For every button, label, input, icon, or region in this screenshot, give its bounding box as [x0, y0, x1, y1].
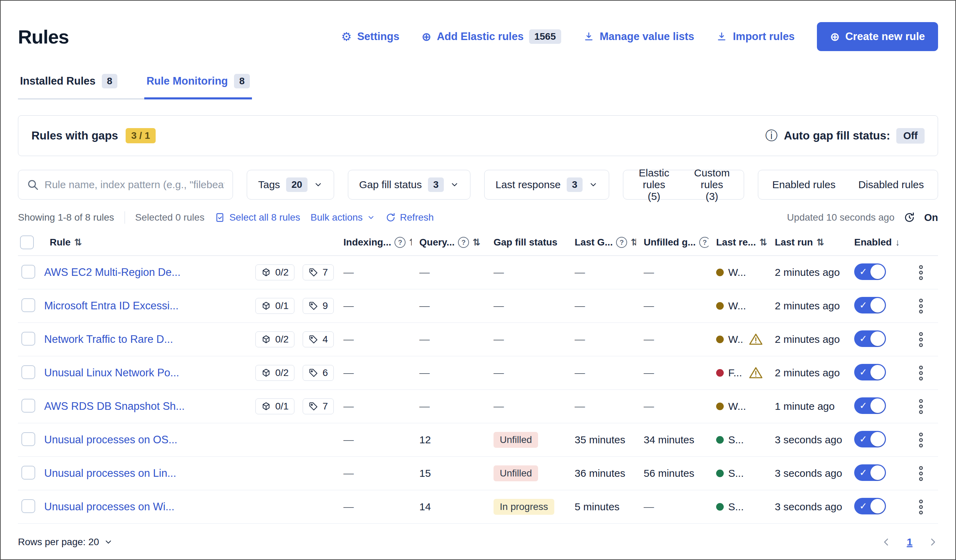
column-header-enabled[interactable]: Enabled ↓: [847, 237, 912, 248]
toggle-thumb: [870, 398, 885, 413]
previous-page-button[interactable]: [881, 537, 892, 547]
integrations-badge[interactable]: 0/2: [255, 365, 294, 381]
add-elastic-rules-button[interactable]: ⊕ Add Elastic rules 1565: [421, 29, 561, 44]
manage-value-lists-button[interactable]: Manage value lists: [583, 30, 694, 43]
import-rules-button[interactable]: Import rules: [716, 30, 794, 43]
gap-fill-status-filter-button[interactable]: Gap fill status 3: [348, 170, 470, 200]
auto-refresh-state[interactable]: On: [924, 212, 938, 223]
help-icon[interactable]: ?: [699, 237, 709, 248]
tab-rule-monitoring[interactable]: Rule Monitoring 8: [144, 74, 252, 99]
column-header-indexing[interactable]: Indexing... ? ⇅: [336, 237, 412, 248]
enabled-cell: ✓: [847, 397, 912, 415]
select-all-checkbox[interactable]: [20, 236, 34, 249]
row-actions-menu-button[interactable]: [917, 464, 925, 483]
column-header-last-response[interactable]: Last re... ⇅: [709, 237, 767, 248]
select-all-rules-button[interactable]: Select all 8 rules: [215, 212, 300, 223]
row-actions-menu-button[interactable]: [917, 330, 925, 349]
settings-button[interactable]: ⚙ Settings: [341, 30, 399, 43]
gap-fill-status-cell: —: [486, 367, 567, 379]
row-checkbox[interactable]: [21, 432, 35, 446]
custom-rules-toggle[interactable]: Custom rules (3): [694, 167, 730, 202]
row-actions-menu-button[interactable]: [917, 363, 925, 382]
create-new-rule-button[interactable]: ⊕ Create new rule: [817, 22, 938, 51]
row-actions-menu-button[interactable]: [917, 263, 925, 282]
rule-link[interactable]: Unusual processes on Lin...: [44, 467, 176, 480]
last-response-cell: W...: [709, 267, 767, 278]
table-row: Unusual processes on Wi... — 14 In progr…: [18, 490, 938, 524]
search-input[interactable]: [44, 179, 224, 190]
sort-icon[interactable]: ⇅: [816, 237, 824, 248]
refresh-button[interactable]: Refresh: [385, 212, 434, 223]
bulk-actions-button[interactable]: Bulk actions: [311, 212, 375, 223]
manage-value-lists-label: Manage value lists: [600, 30, 694, 43]
chevron-right-icon: [928, 537, 938, 547]
row-checkbox[interactable]: [21, 466, 35, 480]
row-actions-menu-button[interactable]: [917, 497, 925, 516]
enabled-toggle[interactable]: ✓: [854, 297, 886, 313]
enabled-toggle[interactable]: ✓: [854, 397, 886, 414]
enabled-toggle[interactable]: ✓: [854, 364, 886, 381]
integrations-badge[interactable]: 0/1: [255, 298, 294, 314]
info-icon[interactable]: ⓘ: [765, 127, 778, 144]
column-header-query[interactable]: Query... ? ⇅: [412, 237, 486, 248]
integrations-badge[interactable]: 0/2: [255, 332, 294, 347]
next-page-button[interactable]: [928, 537, 938, 547]
tags-badge[interactable]: 6: [303, 365, 334, 381]
row-checkbox[interactable]: [21, 332, 35, 346]
rule-link[interactable]: Network Traffic to Rare D...: [44, 333, 173, 346]
column-header-last-gap[interactable]: Last G... ? ⇅: [567, 237, 636, 248]
status-dot: [716, 436, 724, 444]
help-icon[interactable]: ?: [395, 237, 406, 248]
integrations-badge[interactable]: 0/1: [255, 398, 294, 414]
row-actions-menu-button[interactable]: [917, 397, 925, 416]
row-checkbox[interactable]: [21, 298, 35, 312]
row-checkbox[interactable]: [21, 265, 35, 278]
column-header-unfilled-gap[interactable]: Unfilled g... ?: [636, 237, 709, 248]
page-title: Rules: [18, 25, 69, 48]
tags-badge[interactable]: 7: [303, 398, 334, 414]
row-checkbox[interactable]: [21, 365, 35, 379]
enabled-toggle[interactable]: ✓: [854, 464, 886, 481]
enabled-rules-toggle[interactable]: Enabled rules: [772, 179, 835, 190]
rule-link[interactable]: Unusual processes on OS...: [44, 434, 178, 446]
tab-installed-rules[interactable]: Installed Rules 8: [18, 74, 120, 99]
rows-per-page-button[interactable]: Rows per page: 20: [18, 536, 113, 547]
integrations-badge[interactable]: 0/2: [255, 264, 294, 280]
enabled-toggle[interactable]: ✓: [854, 263, 886, 280]
page-number[interactable]: 1: [907, 536, 912, 548]
row-checkbox[interactable]: [21, 399, 35, 412]
help-icon[interactable]: ?: [616, 237, 627, 248]
enabled-toggle[interactable]: ✓: [854, 431, 886, 447]
rule-link[interactable]: Unusual processes on Wi...: [44, 500, 174, 513]
row-checkbox[interactable]: [21, 499, 35, 513]
rule-link[interactable]: Microsoft Entra ID Excessi...: [44, 300, 178, 312]
elastic-rules-toggle[interactable]: Elastic rules (5): [637, 167, 671, 202]
enabled-toggle[interactable]: ✓: [854, 330, 886, 347]
warning-icon[interactable]: [748, 332, 763, 347]
column-header-rule[interactable]: Rule ⇅: [42, 237, 336, 248]
sort-icon[interactable]: ⇅: [472, 237, 480, 248]
tags-badge[interactable]: 9: [303, 298, 334, 314]
sort-icon[interactable]: ⇅: [409, 237, 412, 248]
enabled-toggle[interactable]: ✓: [854, 498, 886, 514]
tab-monitoring-count-badge: 8: [234, 74, 250, 88]
sort-icon[interactable]: ⇅: [74, 237, 82, 248]
row-actions-menu-button[interactable]: [917, 431, 925, 450]
rule-link[interactable]: AWS RDS DB Snapshot Sh...: [44, 400, 185, 412]
last-response-filter-button[interactable]: Last response 3: [484, 170, 609, 200]
sort-down-icon[interactable]: ↓: [895, 237, 900, 248]
warning-icon[interactable]: [748, 366, 763, 380]
disabled-rules-toggle[interactable]: Disabled rules: [859, 179, 924, 190]
tags-filter-button[interactable]: Tags 20: [247, 170, 334, 200]
sort-icon[interactable]: ⇅: [631, 237, 636, 248]
column-header-last-run[interactable]: Last run ⇅: [767, 237, 847, 248]
gap-fill-status-value: Unfilled: [494, 466, 538, 481]
help-icon[interactable]: ?: [458, 237, 469, 248]
sort-icon[interactable]: ⇅: [759, 237, 767, 248]
rule-link[interactable]: AWS EC2 Multi-Region De...: [44, 266, 181, 278]
clock-refresh-icon[interactable]: [904, 212, 915, 223]
row-actions-menu-button[interactable]: [917, 297, 925, 316]
tags-badge[interactable]: 7: [303, 264, 334, 280]
tags-badge[interactable]: 4: [303, 332, 334, 347]
rule-link[interactable]: Unusual Linux Network Po...: [44, 367, 179, 379]
